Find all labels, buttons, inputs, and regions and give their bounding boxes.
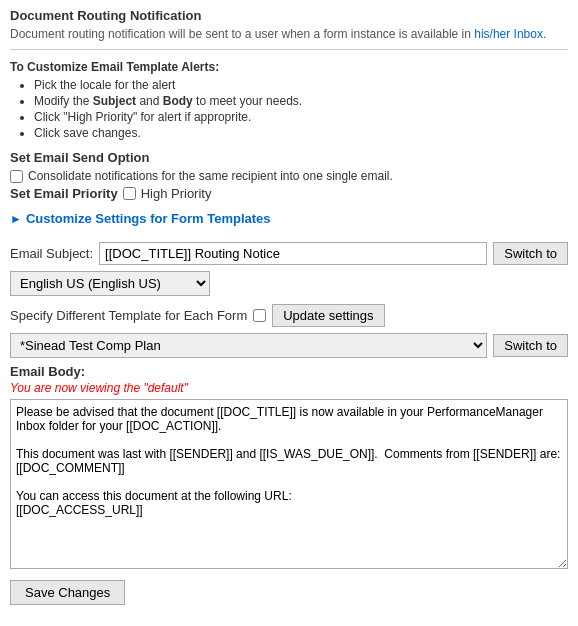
- instruction-item: Modify the Subject and Body to meet your…: [34, 94, 568, 108]
- locale-row: English US (English US): [10, 271, 568, 296]
- priority-title: Set Email Priority: [10, 186, 118, 201]
- update-settings-button[interactable]: Update settings: [272, 304, 384, 327]
- switch-to-button-subject[interactable]: Switch to: [493, 242, 568, 265]
- instructions-list: Pick the locale for the alert Modify the…: [34, 78, 568, 140]
- inbox-link[interactable]: his/her Inbox: [474, 27, 543, 41]
- switch-to-button-form[interactable]: Switch to: [493, 334, 568, 357]
- save-changes-button[interactable]: Save Changes: [10, 580, 125, 605]
- form-select[interactable]: *Sinead Test Comp Plan: [10, 333, 487, 358]
- consolidate-row: Consolidate notifications for the same r…: [10, 169, 568, 183]
- form-select-row: *Sinead Test Comp Plan Switch to: [10, 333, 568, 358]
- email-subject-row: Email Subject: Switch to: [10, 242, 568, 265]
- instruction-item: Click "High Priority" for alert if appro…: [34, 110, 568, 124]
- high-priority-label: High Priority: [141, 186, 212, 201]
- locale-select[interactable]: English US (English US): [10, 271, 210, 296]
- instruction-item: Pick the locale for the alert: [34, 78, 568, 92]
- email-subject-input[interactable]: [99, 242, 487, 265]
- instructions-section: To Customize Email Template Alerts: Pick…: [10, 60, 568, 140]
- email-body-textarea[interactable]: [10, 399, 568, 569]
- template-row: Specify Different Template for Each Form…: [10, 304, 568, 327]
- email-body-label: Email Body:: [10, 364, 568, 379]
- viewing-default: You are now viewing the "default": [10, 381, 568, 395]
- email-subject-label: Email Subject:: [10, 246, 93, 261]
- subtitle: Document routing notification will be se…: [10, 27, 568, 50]
- customize-link-section: ► Customize Settings for Form Templates: [10, 211, 568, 226]
- priority-row: Set Email Priority High Priority: [10, 186, 568, 201]
- consolidate-checkbox[interactable]: [10, 170, 23, 183]
- arrow-icon: ►: [10, 212, 22, 226]
- send-option-title: Set Email Send Option: [10, 150, 568, 165]
- template-checkbox[interactable]: [253, 309, 266, 322]
- instruction-item: Click save changes.: [34, 126, 568, 140]
- send-option-section: Set Email Send Option Consolidate notifi…: [10, 150, 568, 201]
- page-title: Document Routing Notification: [10, 8, 568, 23]
- consolidate-label: Consolidate notifications for the same r…: [28, 169, 393, 183]
- high-priority-checkbox[interactable]: [123, 187, 136, 200]
- template-label: Specify Different Template for Each Form: [10, 308, 247, 323]
- customize-settings-link[interactable]: Customize Settings for Form Templates: [26, 211, 271, 226]
